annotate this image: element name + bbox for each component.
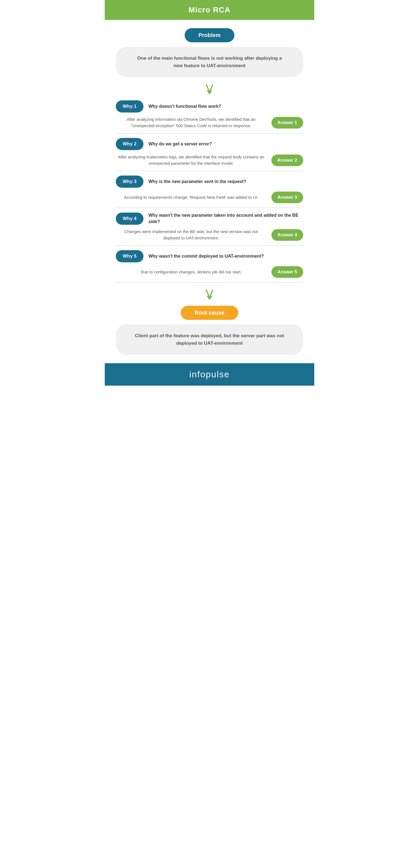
why-1-row: Why 1 Why doesn't functional flow work? [116, 100, 303, 113]
answer-2-badge: Answer 2 [271, 155, 303, 166]
why-2-question: Why do we get a server error? [149, 141, 212, 147]
answer-5-row: Due to configuration changes, Jenkins jo… [116, 266, 303, 278]
why-5-question: Why wasn't the commit deployed to UAT-en… [149, 253, 264, 259]
answer-5-text: Due to configuration changes, Jenkins jo… [116, 269, 266, 275]
answer-1-text: After analyzing information via Chrome D… [116, 116, 266, 129]
why-4-question: Why wasn't the new parameter taken into … [149, 212, 303, 225]
why-2-group: Why 2 Why do we get a server error? Afte… [116, 138, 303, 166]
answer-1-badge: Answer 1 [271, 117, 303, 128]
why-2-badge: Why 2 [116, 138, 143, 150]
root-cause-box: Client part of the feature was deployed,… [116, 324, 303, 355]
why-sections: Why 1 Why doesn't functional flow work? … [116, 100, 303, 282]
why-4-group: Why 4 Why wasn't the new parameter taken… [116, 212, 303, 241]
why-5-row: Why 5 Why wasn't the commit deployed to … [116, 250, 303, 262]
problem-badge: Problem [185, 28, 234, 42]
why-1-badge: Why 1 [116, 100, 143, 113]
why-1-group: Why 1 Why doesn't functional flow work? … [116, 100, 303, 129]
header: Micro RCA [105, 0, 314, 20]
divider-1 [116, 133, 303, 133]
divider-2 [116, 171, 303, 171]
why-2-row: Why 2 Why do we get a server error? [116, 138, 303, 150]
answer-3-text: According to requirements change, 'Reque… [116, 194, 266, 201]
answer-4-badge: Answer 4 [271, 229, 303, 241]
answer-1-row: After analyzing information via Chrome D… [116, 116, 303, 129]
why-5-badge: Why 5 [116, 250, 143, 262]
answer-5-badge: Answer 5 [271, 266, 303, 278]
main-content: Problem One of the main functional flows… [105, 20, 314, 363]
why-3-row: Why 3 Why is the new parameter sent in t… [116, 176, 303, 188]
root-cause-badge: Root cause [181, 306, 238, 320]
arrow-down-1 [116, 82, 303, 95]
why-5-group: Why 5 Why wasn't the commit deployed to … [116, 250, 303, 278]
why-4-row: Why 4 Why wasn't the new parameter taken… [116, 212, 303, 225]
answer-4-text: Changes were implemented on the BE side,… [116, 228, 266, 241]
answer-4-row: Changes were implemented on the BE side,… [116, 228, 303, 241]
footer: infopulse [105, 363, 314, 385]
why-4-badge: Why 4 [116, 213, 143, 225]
why-3-badge: Why 3 [116, 176, 143, 188]
problem-section: Problem One of the main functional flows… [116, 28, 303, 77]
why-1-question: Why doesn't functional flow work? [149, 103, 221, 110]
divider-3 [116, 208, 303, 208]
why-3-question: Why is the new parameter sent in the req… [149, 179, 246, 185]
problem-box: One of the main functional flows is not … [116, 47, 303, 77]
header-title: Micro RCA [189, 5, 230, 14]
footer-text: infopulse [189, 369, 230, 379]
answer-2-text: After analyzing Kubernetes logs, we iden… [116, 154, 266, 166]
root-cause-section: Root cause Client part of the feature wa… [116, 306, 303, 355]
divider-4 [116, 245, 303, 246]
root-cause-text: Client part of the feature was deployed,… [135, 333, 284, 346]
answer-3-badge: Answer 3 [271, 192, 303, 203]
why-3-group: Why 3 Why is the new parameter sent in t… [116, 176, 303, 203]
arrow-down-2 [116, 287, 303, 301]
answer-2-row: After analyzing Kubernetes logs, we iden… [116, 154, 303, 166]
answer-3-row: According to requirements change, 'Reque… [116, 192, 303, 203]
problem-text: One of the main functional flows is not … [137, 56, 282, 68]
